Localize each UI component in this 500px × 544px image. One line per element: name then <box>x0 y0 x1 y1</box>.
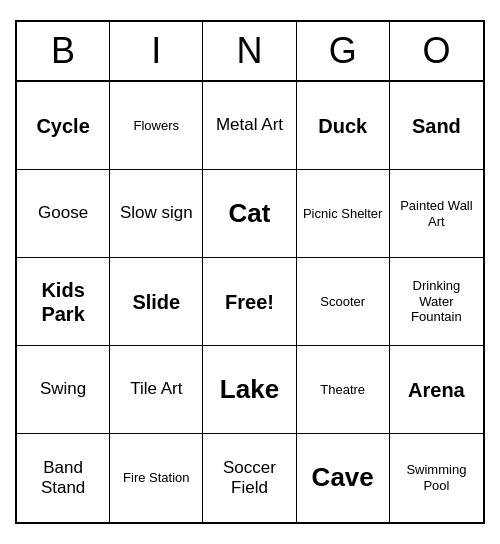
bingo-cell: Free! <box>203 258 296 346</box>
header-letter: O <box>390 22 483 80</box>
bingo-cell: Cave <box>297 434 390 522</box>
bingo-cell: Lake <box>203 346 296 434</box>
bingo-header: BINGO <box>17 22 483 82</box>
bingo-cell: Slow sign <box>110 170 203 258</box>
bingo-cell: Kids Park <box>17 258 110 346</box>
bingo-cell: Swing <box>17 346 110 434</box>
bingo-grid: CycleFlowersMetal ArtDuckSandGooseSlow s… <box>17 82 483 522</box>
bingo-cell: Tile Art <box>110 346 203 434</box>
bingo-card: BINGO CycleFlowersMetal ArtDuckSandGoose… <box>15 20 485 524</box>
bingo-cell: Picnic Shelter <box>297 170 390 258</box>
bingo-cell: Slide <box>110 258 203 346</box>
bingo-cell: Cycle <box>17 82 110 170</box>
bingo-cell: Swimming Pool <box>390 434 483 522</box>
bingo-cell: Metal Art <box>203 82 296 170</box>
bingo-cell: Goose <box>17 170 110 258</box>
bingo-cell: Arena <box>390 346 483 434</box>
bingo-cell: Cat <box>203 170 296 258</box>
bingo-cell: Theatre <box>297 346 390 434</box>
header-letter: B <box>17 22 110 80</box>
bingo-cell: Drinking Water Fountain <box>390 258 483 346</box>
bingo-cell: Painted Wall Art <box>390 170 483 258</box>
bingo-cell: Fire Station <box>110 434 203 522</box>
bingo-cell: Scooter <box>297 258 390 346</box>
header-letter: G <box>297 22 390 80</box>
header-letter: N <box>203 22 296 80</box>
bingo-cell: Soccer Field <box>203 434 296 522</box>
header-letter: I <box>110 22 203 80</box>
bingo-cell: Band Stand <box>17 434 110 522</box>
bingo-cell: Duck <box>297 82 390 170</box>
bingo-cell: Flowers <box>110 82 203 170</box>
bingo-cell: Sand <box>390 82 483 170</box>
